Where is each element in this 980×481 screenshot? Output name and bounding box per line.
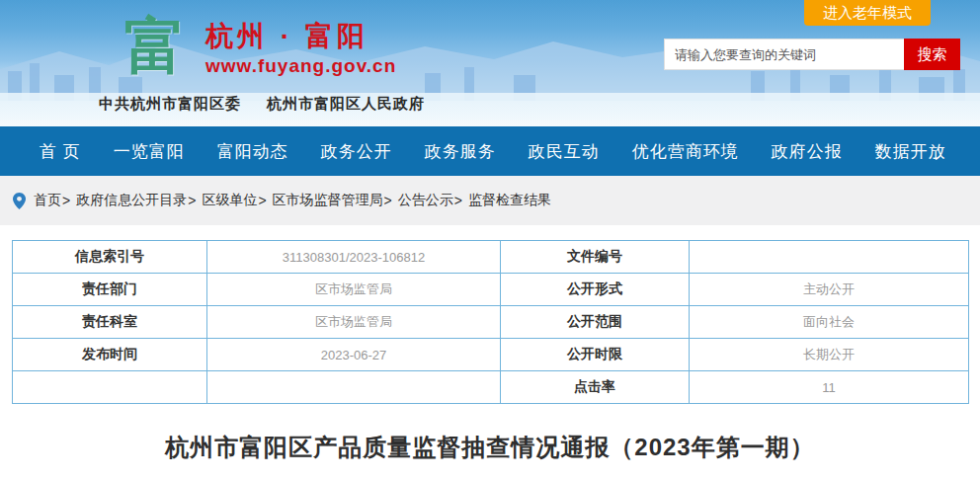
article-title: 杭州市富阳区产品质量监督抽查情况通报（2023年第一期） [0,432,980,463]
nav-item-overview[interactable]: 一览富阳 [114,140,185,163]
crumb-announcements[interactable]: 公告公示 [398,192,453,209]
org-left: 中共杭州市富阳区委 [99,95,241,112]
site-name: 杭州 · 富阳 [205,20,396,53]
org-right: 杭州市富阳区人民政府 [267,95,425,112]
open-period-value: 长期公开 [690,339,969,371]
doc-number-value [690,241,969,274]
nav-item-gazette[interactable]: 政府公报 [772,140,843,163]
logo-text: 杭州 · 富阳 www.fuyang.gov.cn [205,10,396,79]
crumb-home[interactable]: 首页 [34,192,61,209]
nav-item-open-data[interactable]: 数据开放 [875,140,946,163]
nav-item-gov-info[interactable]: 政务公开 [321,140,392,163]
site-logo[interactable]: 富 杭州 · 富阳 www.fuyang.gov.cn [124,10,396,83]
crumb-directory[interactable]: 政府信息公开目录 [76,192,187,209]
table-row: 责任科室 区市场监管局 公开范围 面向社会 [13,306,969,339]
nav-item-business-env[interactable]: 优化营商环境 [632,140,739,163]
location-pin-icon [13,193,26,209]
nav-item-home[interactable]: 首 页 [40,140,81,163]
crumb-inspection-results[interactable]: 监督检查结果 [468,192,551,209]
click-count-value: 11 [690,371,969,404]
resp-office-label: 责任科室 [13,306,207,339]
crumb-separator: > [188,193,196,208]
open-scope-value: 面向社会 [690,306,969,339]
site-url: www.fuyang.gov.cn [205,53,396,79]
table-row: 发布时间 2023-06-27 公开时限 长期公开 [13,339,969,371]
document-info-table: 信息索引号 311308301/2023-106812 文件编号 责任部门 区市… [12,240,969,404]
open-period-label: 公开时限 [501,339,690,371]
main-nav: 首 页 一览富阳 富阳动态 政务公开 政务服务 政民互动 优化营商环境 政府公报… [0,126,980,176]
crumb-separator: > [454,193,462,208]
crumb-separator: > [258,193,266,208]
resp-office-value: 区市场监管局 [207,306,501,339]
empty-label [13,371,207,404]
empty-value [207,371,501,404]
open-scope-label: 公开范围 [501,306,690,339]
org-line: 中共杭州市富阳区委杭州市富阳区人民政府 [99,95,425,114]
crumb-separator: > [384,193,392,208]
open-form-value: 主动公开 [690,274,969,306]
logo-seal-icon: 富 [124,10,186,83]
publish-date-label: 发布时间 [13,339,207,371]
doc-number-label: 文件编号 [501,241,690,274]
resp-dept-value: 区市场监管局 [207,274,501,306]
info-index-value: 311308301/2023-106812 [207,241,501,274]
breadcrumb: 首页> 政府信息公开目录> 区级单位> 区市场监督管理局> 公告公示> 监督检查… [0,176,980,225]
nav-item-news[interactable]: 富阳动态 [217,140,288,163]
elder-mode-button[interactable]: 进入老年模式 [804,0,931,26]
search-button[interactable]: 搜索 [904,39,960,70]
resp-dept-label: 责任部门 [13,274,207,306]
table-row: 点击率 11 [13,371,969,404]
click-count-label: 点击率 [501,371,690,404]
crumb-district-units[interactable]: 区级单位 [202,192,257,209]
crumb-separator: > [62,193,70,208]
search-bar: 搜索 [664,39,960,70]
crumb-market-bureau[interactable]: 区市场监督管理局 [273,192,383,209]
info-index-label: 信息索引号 [13,241,207,274]
search-input[interactable] [665,40,904,69]
nav-item-interaction[interactable]: 政民互动 [529,140,600,163]
table-row: 信息索引号 311308301/2023-106812 文件编号 [13,241,969,274]
publish-date-value: 2023-06-27 [207,339,501,371]
site-header: 富 杭州 · 富阳 www.fuyang.gov.cn 中共杭州市富阳区委杭州市… [0,0,980,126]
nav-item-gov-service[interactable]: 政务服务 [425,140,496,163]
table-row: 责任部门 区市场监管局 公开形式 主动公开 [13,274,969,306]
open-form-label: 公开形式 [501,274,690,306]
